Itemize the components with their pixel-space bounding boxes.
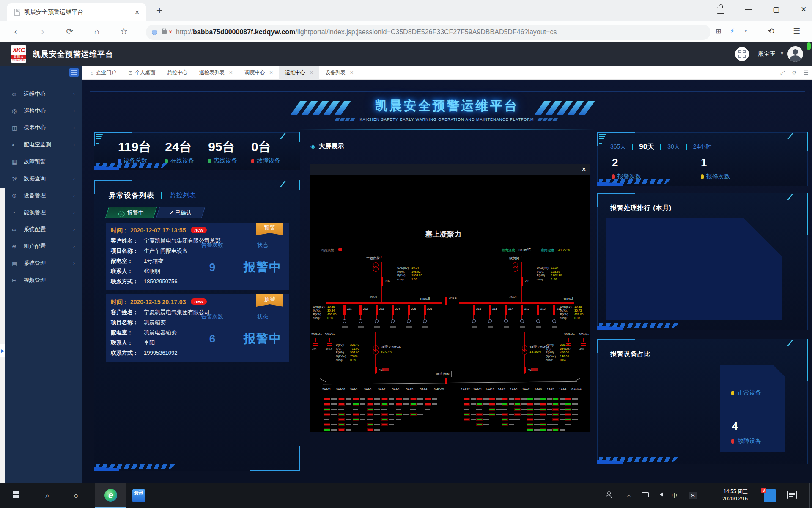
chevron-right-icon: ›	[73, 108, 75, 114]
alarm-card[interactable]: 时间： 2020-12-07 17:13:55new预警客户姓名：宁夏凯晨电气集…	[106, 223, 289, 290]
status-column-right	[464, 395, 476, 420]
ime-indicator[interactable]: 中	[672, 492, 677, 500]
reload-icon[interactable]: ⟳	[63, 25, 76, 37]
app-tab-调度中心[interactable]: 调度中心✕	[239, 66, 279, 80]
app-tab-label: 运维中心	[285, 69, 305, 76]
alarm-field: 联系方式：19995361092	[111, 349, 284, 357]
tab-alarming[interactable]: ♨报警中	[105, 207, 157, 218]
sidebar-item-系统管理[interactable]: ▤系统管理›	[0, 255, 82, 272]
sidebar-item-label: 设备管理	[24, 192, 46, 199]
new-badge: new	[191, 227, 206, 233]
sidebar-item-视频管理[interactable]: ⊟视频管理	[0, 272, 82, 289]
sidebar-item-巡检中心[interactable]: ◎巡检中心›	[0, 102, 82, 119]
tab-menu-icon[interactable]: ☰	[804, 69, 809, 76]
sidebar-item-设备管理[interactable]: ⊕设备管理›	[0, 187, 82, 204]
avatar[interactable]	[787, 46, 803, 62]
tab-close-icon[interactable]: ✕	[229, 70, 233, 75]
app-tab-设备列表[interactable]: 设备列表✕	[319, 66, 359, 80]
tab-confirmed[interactable]: ✔ 已确认	[156, 207, 205, 218]
show-desktop-button[interactable]	[809, 483, 810, 508]
user-name[interactable]: 殷宝玉	[758, 50, 776, 58]
feeder-tag	[536, 326, 541, 328]
fullscreen-icon[interactable]: ⤢	[780, 69, 785, 76]
incomer-measurements: UAB(kV):10.24IA(A):108.92P(kW):1908.80co…	[397, 266, 422, 281]
load-label: 一般负荷	[366, 256, 380, 260]
people-icon[interactable]	[606, 491, 612, 497]
stat-value: 0台	[251, 138, 280, 155]
minimize-button[interactable]: —	[740, 5, 757, 14]
app-tab-label: 设备列表	[325, 69, 346, 76]
user-caret-icon[interactable]: ▾	[781, 50, 783, 56]
sidebar-item-数据查询[interactable]: ⚒数据查询›	[0, 170, 82, 187]
bookmark-star-icon[interactable]: ☆	[118, 25, 130, 37]
browser-tab[interactable]: 凯晨安全预警运维平台 ✕	[7, 3, 146, 21]
expand-icon[interactable]: ✕	[581, 166, 587, 173]
tab-abnormal-devices[interactable]: 异常设备列表	[109, 190, 154, 200]
home-icon[interactable]: ⌂	[91, 25, 103, 37]
sidebar-item-运维中心[interactable]: ∞运维中心›	[0, 86, 82, 102]
tab-close-icon[interactable]: ✕	[269, 70, 273, 75]
sidebar-item-保养中心[interactable]: ◫保养中心›	[0, 119, 82, 136]
portal-grid-icon[interactable]	[735, 47, 749, 61]
edge-icon: e	[104, 489, 117, 502]
address-bar[interactable]: ✕ http://babba75d0000087f.kcdqyw.com/lig…	[146, 25, 710, 40]
app-tab-总控中心[interactable]: 总控中心	[161, 66, 193, 80]
stat-dot-icon	[165, 159, 168, 163]
apps-bag-icon[interactable]	[717, 7, 724, 14]
app-tab-企业门户[interactable]: ⌂企业门户	[85, 66, 122, 80]
sidebar-item-配电室监测[interactable]: ◐配电室监测›	[0, 136, 82, 153]
tab-close-icon[interactable]: ✕	[350, 70, 354, 75]
forward-icon[interactable]: ›	[36, 25, 49, 37]
sidebar-item-能源管理[interactable]: ◔能源管理›	[0, 204, 82, 221]
sidebar-item-故障预警[interactable]: ▦故障预警	[0, 153, 82, 170]
news-app-icon[interactable]: 资讯	[132, 489, 145, 502]
maximize-button[interactable]: ▢	[768, 5, 785, 14]
sidebar-item-租户配置[interactable]: ⊕租户配置›	[0, 238, 82, 255]
new-tab-button[interactable]: +	[156, 4, 162, 16]
period-tab-30天[interactable]: 30天	[667, 143, 680, 151]
app-tab-label: 个人桌面	[135, 69, 155, 76]
tab-monitor-list[interactable]: 监控列表	[169, 191, 196, 200]
site-info-icon[interactable]	[152, 30, 157, 35]
refresh-tab-icon[interactable]: ⟳	[792, 69, 797, 76]
edge-app-tile[interactable]: e	[95, 483, 126, 508]
field-label: 项目名称：	[111, 247, 144, 255]
search-icon[interactable]: ⌕	[41, 489, 54, 502]
period-tab-24小时[interactable]: 24小时	[693, 143, 712, 151]
incomer-id: 201	[525, 279, 530, 282]
operations-icon: ∞	[12, 91, 24, 97]
period-tab-365天[interactable]: 365天	[610, 143, 626, 151]
close-button[interactable]: ✕	[795, 5, 812, 14]
sidebar-expand-handle[interactable]: ▶	[0, 344, 5, 357]
volume-icon[interactable]	[660, 492, 663, 497]
app-tab-巡检表列表[interactable]: 巡检表列表✕	[193, 66, 239, 80]
tab-close-icon[interactable]: ✕	[310, 70, 313, 75]
sogou-icon[interactable]: S	[689, 492, 697, 499]
collector-line	[323, 381, 577, 384]
bigscreen-canvas[interactable]: ✕ 塞上凝聚力回路预警:室内温度:36.35℃室内湿度:41.27%一般负荷 ↑…	[310, 164, 590, 432]
start-button[interactable]	[9, 489, 23, 502]
period-tab-90天[interactable]: 90天	[639, 142, 654, 152]
tray-chevron-icon[interactable]: ︿	[627, 492, 631, 498]
tab-close-icon[interactable]: ✕	[132, 9, 142, 16]
clock[interactable]: 14:55 周三 2020/12/16	[705, 488, 748, 502]
reload-ccw-icon[interactable]: ⟲	[768, 26, 774, 36]
browser-menu-icon[interactable]: ☰	[793, 26, 800, 36]
extensions-grid-icon[interactable]: ⊞	[716, 27, 721, 35]
message-tray-icon[interactable]: 3	[764, 489, 776, 502]
chevron-down-icon[interactable]: ˅	[744, 28, 747, 34]
url-text[interactable]: http://babba75d0000087f.kcdqyw.com/light…	[176, 28, 557, 36]
feeder-breaker	[392, 305, 394, 315]
section-label: 3AA8	[364, 388, 371, 391]
app-tab-运维中心[interactable]: 运维中心✕	[279, 66, 319, 80]
back-icon[interactable]: ‹	[9, 25, 22, 37]
sidebar-item-系统配置[interactable]: ∞系统配置›	[0, 221, 82, 238]
action-center-icon[interactable]	[787, 491, 797, 499]
app-tab-个人桌面[interactable]: ⊡个人桌面	[122, 66, 161, 80]
network-icon[interactable]	[642, 492, 649, 497]
lightning-icon[interactable]: ⚡	[730, 27, 735, 35]
cortana-icon[interactable]: ○	[69, 489, 83, 502]
alarm-card[interactable]: 时间： 2020-12-15 20:17:03new预警客户姓名：宁夏凯晨电气集…	[106, 294, 289, 362]
field-label: 客户姓名：	[111, 237, 144, 245]
sidebar-toggle-icon[interactable]	[69, 68, 79, 77]
